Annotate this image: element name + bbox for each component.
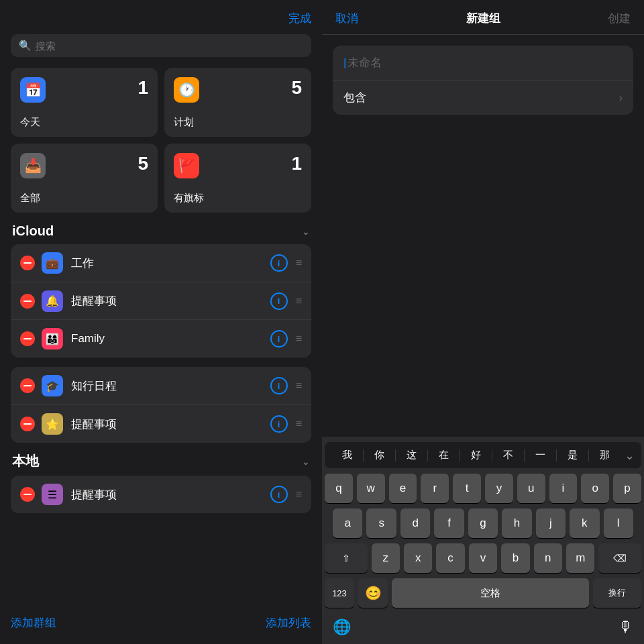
list-item-reminders-icloud[interactable]: 🔔 提醒事项 i ≡ [11,282,311,320]
text-cursor-icon: | [343,56,346,70]
drag-reminders-handle[interactable]: ≡ [296,296,302,307]
mic-icon[interactable]: 🎙 [619,619,633,636]
key-q[interactable]: q [325,474,353,503]
schedule-name: 知行日程 [71,378,270,394]
key-f[interactable]: f [434,508,464,538]
list-item-schedule[interactable]: 🎓 知行日程 i ≡ [11,367,311,405]
bottom-bar: 添加群组 添加列表 [11,608,311,631]
info-reminders2-button[interactable]: i [270,415,288,433]
card-all-top: 📥 5 [20,153,148,178]
num-key[interactable]: 123 [325,578,354,608]
quick-word-4[interactable]: 好 [460,447,492,463]
shift-key[interactable]: ⇧ [325,543,368,573]
key-m[interactable]: m [566,543,594,573]
info-family-button[interactable]: i [270,330,288,347]
key-k[interactable]: k [570,508,599,538]
quick-word-5[interactable]: 不 [492,447,524,463]
today-count: 1 [138,77,148,99]
quick-word-0[interactable]: 我 [331,447,363,463]
info-local-reminders-button[interactable]: i [270,486,288,503]
key-o[interactable]: o [581,474,609,503]
key-g[interactable]: g [468,508,498,538]
name-field[interactable]: | 未命名 [333,46,633,80]
minus-work-button[interactable] [20,256,35,270]
info-reminders-button[interactable]: i [270,292,288,310]
done-button[interactable]: 完成 [288,11,311,26]
search-bar[interactable]: 🔍 [11,34,311,57]
key-l[interactable]: l [604,508,633,538]
quick-word-2[interactable]: 这 [396,447,427,463]
minus-local-reminders-button[interactable] [20,487,35,502]
key-e[interactable]: e [389,474,417,503]
list-item-reminders2[interactable]: ⭐ 提醒事项 i ≡ [11,405,311,443]
today-icon: 📅 [20,77,46,103]
contains-field[interactable]: 包含 › [333,80,633,115]
card-today-top: 📅 1 [20,77,148,103]
key-n[interactable]: n [534,543,562,573]
key-b[interactable]: b [501,543,529,573]
globe-icon[interactable]: 🌐 [333,619,351,636]
modal-title: 新建组 [466,11,500,26]
quick-word-7[interactable]: 是 [557,447,588,463]
local-reminders-name: 提醒事项 [71,487,270,502]
quick-word-6[interactable]: 一 [525,447,556,463]
key-j[interactable]: j [536,508,566,538]
quick-word-8[interactable]: 那 [589,447,621,463]
delete-key[interactable]: ⌫ [598,543,641,573]
local-chevron-icon[interactable]: ⌄ [302,456,310,467]
minus-family-button[interactable] [20,331,35,346]
info-work-button[interactable]: i [270,254,288,272]
create-button[interactable]: 创建 [608,11,631,26]
schedule-icon: 🎓 [42,375,63,396]
key-r[interactable]: r [421,474,449,503]
key-z[interactable]: z [372,543,400,573]
card-today[interactable]: 📅 1 今天 [11,68,158,137]
add-list-button[interactable]: 添加列表 [266,615,311,631]
drag-reminders2-handle[interactable]: ≡ [296,419,302,429]
cancel-button[interactable]: 取消 [335,11,358,26]
flagged-count: 1 [291,153,302,174]
key-d[interactable]: d [400,508,430,538]
emoji-key[interactable]: 😊 [358,578,388,608]
key-a[interactable]: a [333,508,362,538]
list-item-work[interactable]: 💼 工作 i ≡ [11,244,311,282]
quick-word-3[interactable]: 在 [428,447,460,463]
minus-reminders2-button[interactable] [20,417,35,431]
key-t[interactable]: t [453,474,481,503]
key-y[interactable]: y [485,474,513,503]
key-i[interactable]: i [549,474,578,503]
drag-family-handle[interactable]: ≡ [296,333,302,344]
quick-word-1[interactable]: 你 [364,447,395,463]
card-all[interactable]: 📥 5 全部 [11,144,158,213]
card-flagged[interactable]: 🚩 1 有旗标 [164,144,311,213]
return-key[interactable]: 换行 [593,578,641,608]
key-s[interactable]: s [366,508,396,538]
minus-reminders-button[interactable] [20,294,35,309]
drag-local-reminders-handle[interactable]: ≡ [296,489,302,500]
minus-schedule-button[interactable] [20,378,35,393]
key-p[interactable]: p [613,474,641,503]
key-h[interactable]: h [502,508,531,538]
key-x[interactable]: x [404,543,432,573]
reminders-icon: 🔔 [42,290,63,312]
icloud-chevron-icon[interactable]: ⌄ [302,226,310,237]
space-key[interactable]: 空格 [392,578,589,608]
drag-schedule-handle[interactable]: ≡ [296,380,302,391]
key-u[interactable]: u [517,474,545,503]
key-w[interactable]: w [357,474,385,503]
card-plan[interactable]: 🕐 5 计划 [164,68,311,137]
left-panel: 完成 🔍 📅 1 今天 🕐 5 计划 📥 5 全部 [0,0,322,644]
list-item-local-reminders[interactable]: ☰ 提醒事项 i ≡ [11,476,311,513]
list-item-family[interactable]: 👨‍👩‍👧 Family i ≡ [11,320,311,358]
add-group-button[interactable]: 添加群组 [11,615,56,631]
search-input[interactable] [36,40,303,52]
keyboard-area: 我 你 这 在 好 不 一 是 那 ⌄ q w e r t y [322,437,644,613]
drag-work-handle[interactable]: ≡ [296,258,302,268]
form-section: | 未命名 包含 › [333,46,633,115]
family-icon: 👨‍👩‍👧 [42,328,63,350]
expand-suggestions-icon[interactable]: ⌄ [621,448,635,463]
key-c[interactable]: c [436,543,464,573]
local-reminders-icon: ☰ [42,484,63,505]
info-schedule-button[interactable]: i [270,377,288,394]
key-v[interactable]: v [469,543,497,573]
